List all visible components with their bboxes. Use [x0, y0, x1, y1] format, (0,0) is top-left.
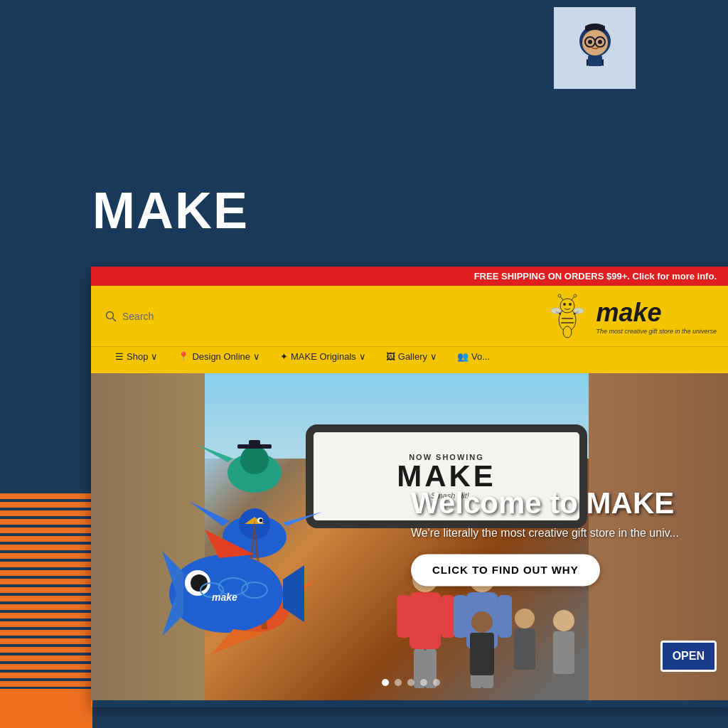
svg-rect-3	[601, 26, 605, 31]
nav-originals-label: MAKE Originals	[291, 351, 356, 362]
website-mockup: FREE SHIPPING ON ORDERS $99+. Click for …	[91, 267, 728, 707]
svg-point-27	[574, 294, 577, 297]
sparkle-icon: ✦	[280, 351, 288, 362]
open-sign: OPEN	[660, 641, 717, 672]
logo-tagline: The most creative gift store in the univ…	[596, 328, 717, 335]
site-logo[interactable]: make The most creative gift store in the…	[546, 293, 717, 339]
svg-point-74	[515, 609, 535, 628]
svg-rect-77	[553, 631, 574, 674]
svg-point-18	[574, 308, 584, 314]
svg-point-72	[471, 611, 493, 633]
svg-point-42	[259, 519, 263, 523]
svg-point-28	[563, 326, 572, 338]
hero-welcome-overlay: Welcome to MAKE We're literally the most…	[390, 473, 728, 600]
nerd-icon	[567, 20, 623, 77]
people-icon: 👥	[457, 351, 469, 362]
hero-section: NOW SHOWING MAKE A Smash Hit!	[91, 373, 728, 700]
carousel-dot-3[interactable]	[407, 679, 414, 686]
svg-rect-61	[410, 592, 441, 649]
svg-point-17	[551, 308, 561, 314]
svg-rect-11	[588, 55, 602, 66]
svg-rect-47	[249, 440, 260, 447]
nav-gallery-label: Gallery	[398, 351, 427, 362]
fish-sculpture-icon: make	[162, 530, 304, 658]
nav-design-online[interactable]: 📍 Design Online ∨	[168, 347, 270, 366]
chevron-down-icon: ∨	[359, 351, 366, 362]
image-icon: 🖼	[386, 351, 395, 362]
svg-line-13	[113, 318, 117, 321]
chevron-down-icon: ∨	[430, 351, 437, 362]
carousel-dot-4[interactable]	[420, 679, 427, 686]
nav-shop[interactable]: ☰ Shop ∨	[105, 347, 168, 366]
bee-mascot-icon	[546, 293, 589, 339]
svg-rect-73	[470, 633, 494, 675]
nav-shop-label: Shop	[127, 351, 148, 362]
svg-point-9	[598, 40, 602, 44]
search-icon	[105, 311, 117, 322]
svg-marker-50	[283, 565, 304, 622]
carousel-dot-2[interactable]	[395, 679, 402, 686]
avatar	[554, 7, 636, 89]
people-in-store	[446, 594, 589, 700]
svg-point-26	[558, 294, 561, 297]
svg-point-76	[553, 610, 574, 631]
svg-text:make: make	[212, 592, 237, 603]
site-header: Search	[91, 286, 728, 346]
svg-marker-38	[283, 512, 322, 526]
svg-point-12	[107, 311, 114, 318]
chevron-down-icon: ∨	[253, 351, 260, 362]
nav-bar: ☰ Shop ∨ 📍 Design Online ∨ ✦ MAKE Origin…	[91, 346, 728, 373]
svg-marker-44	[196, 444, 233, 462]
carousel-dot-1[interactable]	[382, 679, 389, 686]
red-promo-banner[interactable]: FREE SHIPPING ON ORDERS $99+. Click for …	[91, 267, 728, 286]
svg-rect-62	[397, 595, 411, 638]
page-title: MAKE	[92, 181, 249, 240]
svg-point-8	[588, 40, 592, 44]
orange-accent-block	[0, 689, 92, 728]
hero-title: Welcome to MAKE	[411, 487, 710, 520]
hero-photo: NOW SHOWING MAKE A Smash Hit!	[91, 373, 728, 700]
search-placeholder: Search	[122, 311, 154, 322]
svg-point-22	[563, 303, 566, 306]
svg-point-53	[191, 574, 208, 592]
svg-marker-37	[189, 501, 230, 526]
svg-marker-58	[212, 629, 265, 654]
svg-rect-2	[585, 26, 589, 31]
logo-text: make The most creative gift store in the…	[596, 298, 717, 335]
menu-icon: ☰	[115, 351, 124, 362]
hero-subtitle: We're literally the most creative gift s…	[411, 528, 710, 540]
promo-text: FREE SHIPPING ON ORDERS $99+. Click for …	[474, 271, 717, 282]
location-icon: 📍	[178, 351, 189, 362]
nav-design-label: Design Online	[192, 351, 250, 362]
nav-gallery[interactable]: 🖼 Gallery ∨	[376, 347, 447, 366]
svg-point-45	[240, 446, 269, 474]
nav-vo-label: Vo...	[471, 351, 490, 362]
carousel-dot-5[interactable]	[433, 679, 440, 686]
nav-make-originals[interactable]: ✦ MAKE Originals ∨	[270, 347, 376, 366]
chevron-down-icon: ∨	[151, 351, 158, 362]
search-area[interactable]: Search	[105, 311, 154, 322]
svg-point-21	[560, 299, 574, 313]
svg-point-23	[569, 303, 572, 306]
carousel-dots	[382, 679, 440, 686]
logo-name: make	[596, 298, 717, 328]
cta-button[interactable]: CLICK TO FIND OUT WHY	[411, 555, 600, 587]
nav-vo[interactable]: 👥 Vo...	[447, 347, 500, 366]
svg-marker-57	[205, 530, 255, 558]
svg-rect-75	[514, 628, 535, 670]
